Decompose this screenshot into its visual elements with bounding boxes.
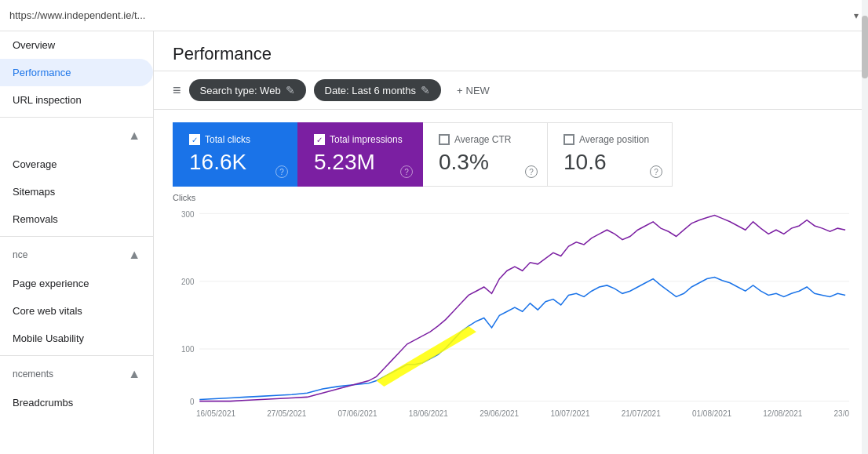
sidebar-item-url-inspection[interactable]: URL inspection <box>0 86 153 114</box>
sidebar-item-performance[interactable]: Performance <box>0 59 153 86</box>
metric-help-position[interactable]: ? <box>650 165 662 178</box>
chart-container: 300 200 100 0 <box>173 205 849 409</box>
x-label-8: 12/08/2021 <box>763 409 802 418</box>
chart-area: Clicks 300 200 100 0 <box>154 187 868 454</box>
metric-value-position: 10.6 <box>563 150 656 175</box>
sidebar-index-collapse[interactable]: ▲ <box>0 121 153 151</box>
metric-help-clicks[interactable]: ? <box>275 165 288 178</box>
scrollbar-track[interactable] <box>862 31 868 454</box>
metric-average-ctr[interactable]: Average CTR 0.3% ? <box>422 122 548 187</box>
date-chip[interactable]: Date: Last 6 months ✎ <box>314 79 441 101</box>
x-label-9: 23/0 <box>834 409 849 418</box>
metric-label-clicks: Total clicks <box>205 134 250 145</box>
content-area: Performance ≡ Search type: Web ✎ Date: L… <box>154 31 868 454</box>
collapse-experience-icon[interactable]: ▲ <box>128 248 140 262</box>
sidebar-divider-1 <box>0 117 153 118</box>
url-display[interactable]: https://www.independent.ie/t... <box>9 9 851 21</box>
clicks-line <box>199 278 845 400</box>
sidebar-item-removals[interactable]: Removals <box>0 205 153 233</box>
metric-checkbox-position[interactable] <box>563 134 574 145</box>
sidebar: Overview Performance URL inspection ▲ Co… <box>0 31 154 454</box>
metric-header-ctr: Average CTR <box>439 134 531 145</box>
top-bar: https://www.independent.ie/t... ▾ <box>0 0 868 31</box>
date-label: Date: Last 6 months <box>325 85 416 96</box>
x-label-1: 27/05/2021 <box>267 409 306 418</box>
x-axis-labels: 16/05/2021 27/05/2021 07/06/2021 18/06/2… <box>173 409 849 418</box>
highlight-annotation <box>377 326 476 387</box>
collapse-index-icon[interactable]: ▲ <box>128 129 140 143</box>
metric-header-position: Average position <box>563 134 656 145</box>
sidebar-item-breadcrumbs[interactable]: Breadcrumbs <box>0 389 153 416</box>
metric-total-impressions[interactable]: Total impressions 5.23M ? <box>297 122 423 187</box>
metric-value-ctr: 0.3% <box>439 150 531 175</box>
metric-value-clicks: 16.6K <box>189 150 282 175</box>
chart-svg: 300 200 100 0 <box>173 205 849 409</box>
sidebar-enhancements-section[interactable]: ncements ▲ <box>0 359 153 389</box>
sidebar-experience-section[interactable]: nce ▲ <box>0 240 153 270</box>
x-label-0: 16/05/2021 <box>196 409 235 418</box>
x-label-6: 21/07/2021 <box>622 409 661 418</box>
metric-header-impressions: Total impressions <box>314 134 407 145</box>
sidebar-item-core-web-vitals[interactable]: Core web vitals <box>0 297 153 325</box>
metric-help-impressions[interactable]: ? <box>400 165 413 178</box>
x-label-5: 10/07/2021 <box>550 409 589 418</box>
x-label-7: 01/08/2021 <box>692 409 731 418</box>
sidebar-divider-2 <box>0 236 153 237</box>
sidebar-item-page-experience[interactable]: Page experience <box>0 270 153 297</box>
svg-text:100: 100 <box>181 345 195 354</box>
page-header: Performance <box>154 31 868 71</box>
metric-header-clicks: Total clicks <box>189 134 282 145</box>
experience-section-label: nce <box>13 249 27 260</box>
x-label-3: 18/06/2021 <box>409 409 448 418</box>
metric-checkbox-clicks[interactable] <box>189 134 200 145</box>
x-label-2: 07/06/2021 <box>338 409 377 418</box>
metric-checkbox-ctr[interactable] <box>439 134 450 145</box>
scrollbar-thumb[interactable] <box>862 31 868 78</box>
search-type-chip[interactable]: Search type: Web ✎ <box>189 79 306 101</box>
collapse-enhancements-icon[interactable]: ▲ <box>128 367 140 381</box>
metric-total-clicks[interactable]: Total clicks 16.6K ? <box>173 122 298 187</box>
chart-y-label: Clicks <box>173 193 849 202</box>
sidebar-item-coverage[interactable]: Coverage <box>0 151 153 178</box>
page-title: Performance <box>173 44 849 64</box>
impressions-line <box>199 215 845 401</box>
search-type-edit-icon[interactable]: ✎ <box>286 84 295 96</box>
metric-label-impressions: Total impressions <box>330 134 403 145</box>
enhancements-section-label: ncements <box>13 369 53 380</box>
metric-label-ctr: Average CTR <box>454 134 511 145</box>
filter-bar: ≡ Search type: Web ✎ Date: Last 6 months… <box>154 71 868 110</box>
filter-icon[interactable]: ≡ <box>173 82 181 99</box>
svg-text:300: 300 <box>181 209 195 218</box>
x-label-4: 29/06/2021 <box>480 409 519 418</box>
metrics-area: Total clicks 16.6K ? Total impressions 5… <box>154 110 868 187</box>
add-icon: + <box>457 85 463 96</box>
sidebar-item-overview[interactable]: Overview <box>0 31 153 59</box>
metric-value-impressions: 5.23M <box>314 150 407 175</box>
add-new-label: NEW <box>466 85 490 96</box>
metric-help-ctr[interactable]: ? <box>525 165 538 178</box>
svg-text:0: 0 <box>190 397 195 405</box>
add-filter-button[interactable]: + NEW <box>449 80 498 101</box>
svg-text:200: 200 <box>181 278 195 286</box>
metric-label-position: Average position <box>579 134 649 145</box>
date-edit-icon[interactable]: ✎ <box>421 84 430 96</box>
search-type-label: Search type: Web <box>200 85 281 96</box>
metric-checkbox-impressions[interactable] <box>314 134 325 145</box>
url-dropdown-icon[interactable]: ▾ <box>854 10 859 21</box>
metric-average-position[interactable]: Average position 10.6 ? <box>547 122 673 187</box>
sidebar-item-mobile-usability[interactable]: Mobile Usability <box>0 325 153 352</box>
main-layout: Overview Performance URL inspection ▲ Co… <box>0 31 868 454</box>
metrics-cards: Total clicks 16.6K ? Total impressions 5… <box>173 122 849 187</box>
sidebar-item-sitemaps[interactable]: Sitemaps <box>0 178 153 205</box>
sidebar-divider-3 <box>0 355 153 356</box>
